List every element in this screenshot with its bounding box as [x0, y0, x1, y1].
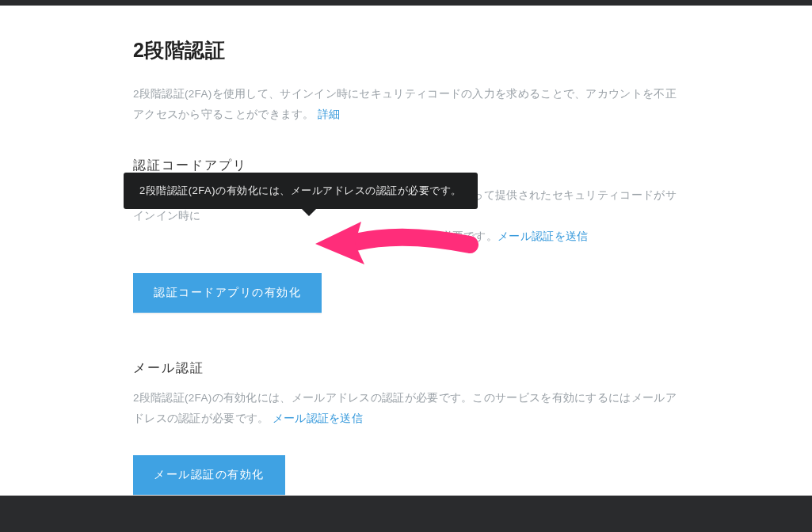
email-auth-description: 2段階認証(2FA)の有効化には、メールアドレスの認証が必要です。このサービスを… — [133, 388, 678, 428]
top-bar — [0, 0, 812, 6]
enable-email-auth-button[interactable]: メール認証の有効化 — [133, 455, 285, 495]
settings-card: 2段階認証 2段階認証(2FA)を使用して、サインイン時にセキュリティコードの入… — [89, 6, 722, 532]
intro-detail-link[interactable]: 詳細 — [318, 108, 341, 120]
intro-text: 2段階認証(2FA)を使用して、サインイン時にセキュリティコードの入力を求めるこ… — [133, 84, 678, 124]
enable-auth-app-button[interactable]: 認証コードアプリの有効化 — [133, 273, 322, 313]
intro-body: 2段階認証(2FA)を使用して、サインイン時にセキュリティコードの入力を求めるこ… — [133, 88, 677, 120]
tooltip-text: 2段階認証(2FA)の有効化には、メールアドレスの認証が必要です。 — [139, 184, 462, 196]
verification-required-tooltip: 2段階認証(2FA)の有効化には、メールアドレスの認証が必要です。 — [124, 173, 478, 209]
email-auth-desc: 2段階認証(2FA)の有効化には、メールアドレスの認証が必要です。このサービスを… — [133, 392, 677, 424]
page-title: 2段階認証 — [133, 37, 678, 63]
footer-bar — [0, 496, 812, 532]
auth-app-send-link[interactable]: メール認証を送信 — [497, 230, 588, 242]
email-auth-heading: メール認証 — [133, 360, 678, 377]
email-auth-send-link[interactable]: メール認証を送信 — [273, 412, 363, 424]
auth-app-desc-tail: の認証が必要です。 — [395, 230, 497, 242]
